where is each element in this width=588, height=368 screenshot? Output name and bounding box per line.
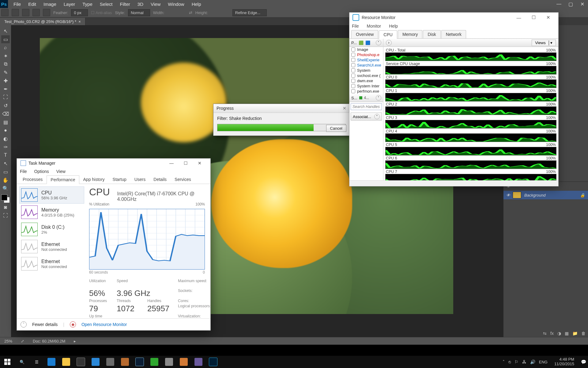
- ps-menu-type[interactable]: Type: [79, 2, 96, 7]
- taskbar-app-lightroom[interactable]: [132, 356, 147, 368]
- taskmgr-menu-view[interactable]: View: [56, 169, 66, 174]
- views-dropdown[interactable]: Views │▾: [532, 40, 556, 46]
- process-row[interactable]: perfmon.exe: [349, 89, 383, 94]
- taskbar-app-edge[interactable]: [44, 356, 59, 368]
- adjustment-icon[interactable]: ▦: [565, 331, 569, 336]
- chevron-up-icon[interactable]: ˄: [376, 40, 381, 45]
- process-row[interactable]: dwm.exe: [349, 78, 383, 83]
- process-checkbox[interactable]: [351, 63, 355, 67]
- tab-cpu[interactable]: CPU: [379, 30, 397, 39]
- taskmgr-menu-file[interactable]: File: [20, 169, 27, 174]
- selection-mode-new-icon[interactable]: [12, 9, 19, 16]
- trash-icon[interactable]: 🗑: [581, 331, 586, 336]
- process-row[interactable]: System Inter: [349, 83, 383, 89]
- tab-disk[interactable]: Disk: [423, 30, 440, 38]
- expand-icon[interactable]: ⤢: [17, 339, 28, 343]
- dodge-tool-icon[interactable]: ◐: [1, 135, 10, 143]
- task-view-icon[interactable]: ☰: [29, 356, 44, 368]
- tray-icon[interactable]: ⎋: [508, 359, 511, 364]
- process-checkbox[interactable]: [351, 74, 355, 78]
- chevron-down-icon[interactable]: ˅: [374, 114, 380, 119]
- color-swatch[interactable]: [1, 194, 10, 203]
- taskbar-app-explorer[interactable]: [59, 356, 74, 368]
- perf-card-ethernet[interactable]: EthernetNot connected: [19, 255, 84, 272]
- process-checkbox[interactable]: [351, 84, 355, 88]
- chevron-down-icon[interactable]: ˅: [376, 95, 381, 101]
- tab-details[interactable]: Details: [149, 175, 171, 184]
- taskbar-app-store[interactable]: [74, 356, 88, 368]
- network-icon[interactable]: 🖧: [522, 359, 526, 364]
- stamp-tool-icon[interactable]: ⛶: [1, 93, 10, 101]
- ps-menu-file[interactable]: File: [10, 2, 24, 7]
- refine-edge-button[interactable]: Refine Edge...: [232, 9, 267, 16]
- selection-mode-add-icon[interactable]: [22, 9, 29, 16]
- group-icon[interactable]: 📁: [572, 331, 578, 336]
- taskbar-app-generic[interactable]: [162, 356, 176, 368]
- process-row[interactable]: ShellExperie: [349, 57, 383, 63]
- close-icon[interactable]: ✕: [541, 13, 555, 22]
- process-list[interactable]: ImagePhotoshop.eShellExperieSearchUI.exe…: [349, 47, 383, 94]
- taskbar-app-ie[interactable]: [88, 356, 103, 368]
- taskbar-clock[interactable]: 4:48 PM 11/20/2015: [551, 357, 577, 366]
- fx-icon[interactable]: fx: [550, 331, 554, 336]
- move-tool-icon[interactable]: ↖: [1, 27, 10, 35]
- tab-memory[interactable]: Memory: [398, 30, 423, 38]
- process-checkbox[interactable]: [351, 79, 355, 83]
- history-tool-icon[interactable]: ↺: [1, 102, 10, 109]
- tab-startup[interactable]: Startup: [109, 175, 130, 184]
- ps-menu-edit[interactable]: Edit: [24, 2, 40, 7]
- process-row[interactable]: System: [349, 68, 383, 73]
- eyedropper-tool-icon[interactable]: ✎: [1, 68, 10, 76]
- chevron-up-icon[interactable]: ˄: [21, 321, 27, 328]
- process-checkbox[interactable]: [351, 48, 355, 52]
- selection-mode-sub-icon[interactable]: [32, 9, 40, 16]
- taskmgr-titlebar[interactable]: Task Manager — ☐ ✕: [17, 159, 210, 168]
- style-select[interactable]: Normal: [128, 9, 150, 16]
- screenmode-icon[interactable]: ⛶: [1, 212, 10, 220]
- search-icon[interactable]: 🔍: [15, 356, 29, 368]
- process-row[interactable]: Image: [349, 47, 383, 52]
- associated-handles-header[interactable]: Associat... ˅: [351, 113, 382, 121]
- tab-overview[interactable]: Overview: [351, 30, 378, 38]
- tab-users[interactable]: Users: [130, 175, 150, 184]
- ps-layer-row[interactable]: 👁 Background 🔒: [503, 191, 588, 199]
- tab-apphistory[interactable]: App history: [79, 175, 109, 184]
- feather-input[interactable]: 0 px: [71, 9, 88, 16]
- taskbar-app-generic[interactable]: [191, 356, 206, 368]
- close-icon[interactable]: ✕: [193, 159, 207, 167]
- search-handles-input[interactable]: Search Handles: [351, 103, 382, 110]
- hand-tool-icon[interactable]: ✋: [1, 176, 10, 184]
- tray-icon[interactable]: ⚐: [514, 359, 518, 364]
- notifications-icon[interactable]: 💬: [581, 359, 586, 364]
- process-checkbox[interactable]: [351, 89, 355, 93]
- close-icon[interactable]: ✕: [343, 106, 346, 111]
- brush-tool-icon[interactable]: ✒: [1, 85, 10, 93]
- shape-tool-icon[interactable]: ▭: [1, 168, 10, 176]
- cancel-button[interactable]: Cancel: [326, 125, 346, 132]
- process-checkbox[interactable]: [351, 68, 355, 72]
- resmon-titlebar[interactable]: Resource Monitor — ☐ ✕: [349, 13, 558, 22]
- chevron-up-icon[interactable]: ˄: [503, 359, 505, 364]
- type-tool-icon[interactable]: T: [1, 151, 10, 159]
- perf-card-ethernet[interactable]: EthernetNot connected: [19, 238, 84, 255]
- resmon-menu-file[interactable]: File: [352, 24, 359, 29]
- ps-menu-3d[interactable]: 3D: [134, 2, 147, 7]
- progress-titlebar[interactable]: Progress ✕: [213, 104, 349, 113]
- eraser-tool-icon[interactable]: ⌫: [1, 110, 10, 118]
- maximize-icon[interactable]: ☐: [526, 13, 541, 22]
- services-header[interactable]: S... 4... ˅: [349, 94, 383, 102]
- language-indicator[interactable]: ENG: [539, 360, 548, 364]
- process-row[interactable]: SearchUI.exe: [349, 63, 383, 68]
- blur-tool-icon[interactable]: ●: [1, 126, 10, 134]
- ps-minimize-icon[interactable]: —: [553, 1, 565, 7]
- marquee-tool-icon[interactable]: [1, 9, 9, 16]
- link-layers-icon[interactable]: ⇆: [543, 331, 547, 336]
- fewer-details-link[interactable]: Fewer details: [32, 322, 58, 327]
- taskbar-app-generic[interactable]: [103, 356, 118, 368]
- ps-maximize-icon[interactable]: ▢: [565, 1, 576, 7]
- chevron-right-icon[interactable]: ▸: [70, 339, 80, 343]
- gradient-tool-icon[interactable]: ▤: [1, 118, 10, 126]
- quickmask-icon[interactable]: ◙: [1, 203, 10, 211]
- path-tool-icon[interactable]: ↖: [1, 159, 10, 167]
- ps-menu-window[interactable]: Window: [164, 2, 188, 7]
